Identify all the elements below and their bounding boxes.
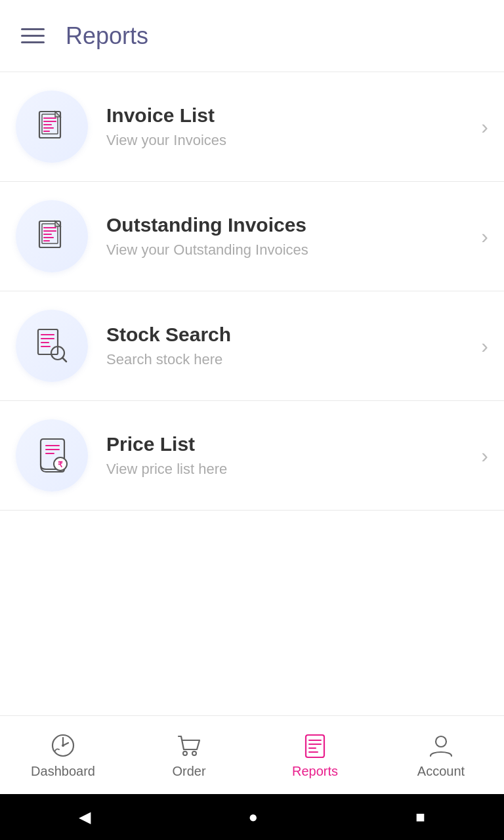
reports-nav-label: Reports (292, 764, 338, 779)
invoice-list-subtitle: View your Invoices (106, 132, 473, 149)
invoice-list-item[interactable]: Invoice List View your Invoices › (0, 72, 504, 182)
android-home-button[interactable]: ● (248, 808, 258, 826)
svg-line-20 (62, 358, 66, 362)
price-list-icon: ₹ (33, 436, 71, 474)
stock-search-chevron: › (481, 334, 488, 358)
outstanding-invoices-icon-circle (16, 200, 88, 272)
stock-search-subtitle: Search stock here (106, 351, 473, 368)
android-nav-bar: ◀ ● ■ (0, 794, 504, 840)
invoice-list-title: Invoice List (106, 104, 473, 127)
stock-search-item[interactable]: Stock Search Search stock here › (0, 291, 504, 401)
nav-item-reports[interactable]: Reports (252, 724, 378, 786)
header: Reports (0, 0, 504, 72)
page-title: Reports (66, 22, 148, 50)
stock-search-icon-circle (16, 310, 88, 382)
outstanding-invoice-icon (33, 217, 71, 255)
order-nav-icon (175, 731, 203, 760)
price-list-text: Price List View price list here (106, 433, 473, 478)
outstanding-invoices-chevron: › (481, 224, 488, 249)
svg-point-35 (436, 736, 446, 747)
price-list-chevron: › (481, 444, 488, 468)
stock-search-text: Stock Search Search stock here (106, 324, 473, 368)
invoice-list-icon-circle (16, 91, 88, 163)
nav-item-dashboard[interactable]: Dashboard (0, 724, 126, 786)
price-list-item[interactable]: ₹ Price List View price list here › (0, 401, 504, 511)
svg-text:₹: ₹ (58, 460, 63, 469)
order-nav-label: Order (172, 764, 205, 779)
svg-point-29 (192, 751, 196, 755)
menu-list: Invoice List View your Invoices › Outsta… (0, 72, 504, 715)
outstanding-invoices-item[interactable]: Outstanding Invoices View your Outstandi… (0, 182, 504, 291)
outstanding-invoices-subtitle: View your Outstanding Invoices (106, 242, 473, 259)
svg-point-27 (62, 744, 64, 747)
account-nav-icon (427, 731, 455, 760)
nav-item-order[interactable]: Order (126, 724, 252, 786)
stock-search-title: Stock Search (106, 324, 473, 346)
android-recent-button[interactable]: ■ (415, 808, 425, 826)
price-list-title: Price List (106, 433, 473, 455)
nav-item-account[interactable]: Account (378, 724, 504, 786)
hamburger-menu-button[interactable] (16, 23, 50, 49)
svg-rect-30 (306, 735, 324, 757)
outstanding-invoices-text: Outstanding Invoices View your Outstandi… (106, 214, 473, 259)
android-back-button[interactable]: ◀ (79, 808, 91, 826)
bottom-nav: Dashboard Order Reports Account (0, 715, 504, 794)
dashboard-nav-icon (49, 731, 77, 760)
invoice-list-chevron: › (481, 115, 488, 139)
price-list-subtitle: View price list here (106, 461, 473, 478)
reports-nav-icon (301, 731, 329, 760)
outstanding-invoices-title: Outstanding Invoices (106, 214, 473, 236)
svg-point-28 (183, 751, 187, 755)
account-nav-label: Account (417, 764, 465, 779)
dashboard-nav-label: Dashboard (31, 764, 95, 779)
invoice-list-text: Invoice List View your Invoices (106, 104, 473, 149)
price-list-icon-circle: ₹ (16, 419, 88, 492)
invoice-icon (33, 108, 71, 146)
stock-search-icon (33, 327, 71, 365)
